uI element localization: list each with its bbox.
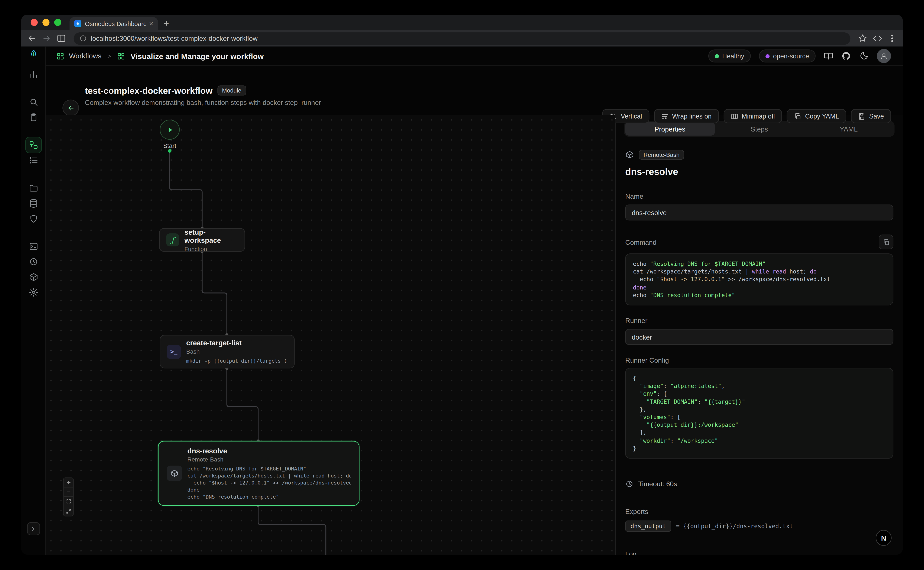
wrap-lines-button[interactable]: Wrap lines on — [654, 109, 719, 123]
log-label: Log — [625, 551, 893, 555]
gear-icon — [29, 288, 38, 297]
nextjs-dev-badge[interactable]: N — [876, 530, 892, 546]
workflow-titles: test-complex-docker-workflow Module Comp… — [85, 86, 321, 106]
sidebar-item-terminal[interactable] — [28, 241, 39, 252]
browser-tab[interactable]: Osmedeus Dashboard × — [69, 17, 158, 30]
export-value: = {{output_dir}}/dns-resolved.txt — [676, 523, 793, 529]
sidebar-item-scans[interactable] — [28, 96, 39, 108]
sidebar-item-logo[interactable] — [28, 48, 39, 60]
search-icon — [29, 97, 38, 107]
copy-command-button[interactable] — [879, 235, 893, 250]
sidebar-item-security[interactable] — [28, 213, 39, 224]
theme-moon-icon[interactable] — [859, 51, 869, 61]
tab-properties[interactable]: Properties — [625, 122, 714, 136]
runner-config-block: { "image": "alpine:latest", "env": { "TA… — [625, 368, 893, 459]
name-input[interactable]: dns-resolve — [625, 205, 893, 221]
minimap-toggle-button[interactable]: Minimap off — [724, 109, 782, 123]
user-icon — [880, 52, 888, 60]
properties-panel: Properties Steps YAML Remote-Bash dns-re… — [615, 115, 903, 555]
timeout-text: Timeout: 60s — [638, 481, 677, 487]
forward-icon[interactable] — [42, 34, 51, 43]
avatar[interactable] — [877, 49, 891, 63]
sidebar-item-tasks[interactable] — [28, 112, 39, 123]
zoom-in-button[interactable] — [64, 478, 73, 487]
tab-steps[interactable]: Steps — [714, 122, 804, 136]
maximize-window-button[interactable] — [54, 19, 61, 26]
grid-icon — [117, 52, 125, 60]
save-label: Save — [869, 113, 884, 120]
node-title: dns-resolve — [187, 447, 350, 455]
node-create-target-list[interactable]: >_ create-target-list Bash mkdir -p {{ou… — [160, 335, 295, 369]
breadcrumb-separator: > — [107, 52, 111, 60]
docs-book-icon[interactable] — [824, 51, 833, 61]
sidebar-item-files[interactable] — [28, 182, 39, 194]
node-title: create-target-list — [186, 339, 288, 347]
bookmark-star-icon[interactable] — [858, 34, 867, 43]
tab-close-icon[interactable]: × — [149, 20, 153, 27]
bar-chart-icon — [29, 69, 38, 79]
clock-icon — [625, 480, 633, 488]
name-label: Name — [625, 193, 893, 200]
chevron-right-icon — [30, 526, 37, 532]
app-content: Workflows > Visualize and Manage your wo… — [46, 46, 903, 555]
workflow-canvas[interactable]: Start ƒ setup-workspace Function >_ cr — [46, 115, 615, 555]
side-panel-icon[interactable] — [57, 34, 66, 43]
clock-icon — [29, 257, 38, 267]
tab-yaml[interactable]: YAML — [804, 122, 893, 136]
runner-label: Runner — [625, 317, 893, 324]
workflow-subtitle: Complex workflow demonstrating bash, fun… — [85, 99, 321, 106]
fit-view-button[interactable] — [64, 497, 73, 506]
sidebar-item-database[interactable] — [28, 198, 39, 209]
workflow-title: test-complex-docker-workflow — [85, 86, 213, 95]
copy-yaml-button[interactable]: Copy YAML — [787, 109, 846, 123]
copy-icon — [883, 239, 889, 245]
arrow-left-icon — [67, 104, 75, 112]
save-button[interactable]: Save — [851, 109, 891, 123]
breadcrumb[interactable]: Workflows — [69, 52, 101, 60]
sidebar-item-packages[interactable] — [28, 271, 39, 283]
address-bar[interactable]: localhost:3000/workflows/test-complex-do… — [74, 32, 851, 44]
list-icon — [29, 156, 38, 165]
browser-menu-icon[interactable] — [887, 34, 897, 43]
database-icon — [29, 199, 38, 208]
sidebar-item-settings[interactable] — [28, 287, 39, 298]
health-status-badge: Healthy — [708, 49, 751, 63]
back-icon[interactable] — [27, 34, 37, 43]
minimap-label: Minimap off — [742, 113, 775, 120]
sidebar-item-workflows[interactable] — [28, 139, 39, 151]
sidebar-item-modules[interactable] — [28, 155, 39, 166]
copy-icon — [794, 112, 802, 120]
zoom-out-button[interactable] — [64, 487, 73, 497]
screen: Osmedeus Dashboard × + localhost:3000/wo… — [0, 0, 924, 570]
folder-icon — [29, 183, 38, 193]
sidebar-item-schedule[interactable] — [28, 256, 39, 268]
app-root: Workflows > Visualize and Manage your wo… — [21, 46, 903, 555]
expand-button[interactable] — [64, 506, 73, 516]
export-key-chip: dns_output — [625, 521, 671, 532]
grid-icon — [57, 52, 64, 60]
node-setup-workspace[interactable]: ƒ setup-workspace Function — [159, 228, 245, 252]
back-button[interactable] — [63, 100, 79, 116]
start-node[interactable] — [160, 120, 180, 139]
app-header: Workflows > Visualize and Manage your wo… — [46, 46, 903, 66]
step-type-badge: Remote-Bash — [639, 150, 684, 160]
workflow-actions: Vertical Wrap lines on Minimap off — [603, 109, 891, 123]
bash-terminal-icon: >_ — [167, 345, 181, 359]
minimize-window-button[interactable] — [43, 19, 49, 26]
close-window-button[interactable] — [31, 19, 38, 26]
new-tab-button[interactable]: + — [164, 18, 169, 28]
sidebar-item-dashboard[interactable] — [28, 69, 39, 80]
node-dns-resolve-selected[interactable]: dns-resolve Remote-Bash echo "Resolving … — [158, 441, 360, 506]
health-label: Healthy — [722, 52, 744, 60]
window-controls — [31, 15, 61, 30]
wrap-lines-label: Wrap lines on — [672, 113, 711, 120]
github-icon[interactable] — [841, 51, 851, 61]
node-title: setup-workspace — [185, 228, 238, 244]
orientation-label: Vertical — [621, 113, 642, 120]
site-info-icon[interactable] — [80, 35, 87, 42]
cube-icon — [625, 150, 634, 159]
runner-input[interactable]: docker — [625, 329, 893, 345]
page-title: Visualize and Manage your workflow — [131, 52, 264, 60]
sidebar-collapse-button[interactable] — [27, 522, 40, 535]
devtools-code-icon[interactable] — [873, 34, 882, 43]
